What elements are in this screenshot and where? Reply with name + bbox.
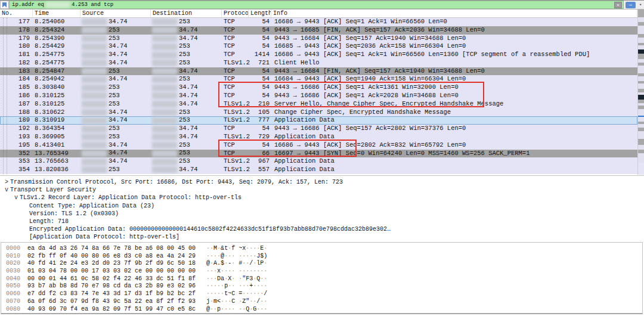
packet-source: 34.74 bbox=[80, 42, 151, 51]
detail-tree-line[interactable]: >Transmission Control Protocol, Src Port… bbox=[0, 178, 644, 186]
hex-row[interactable]: 0060e7 dd f2 c3 83 74 7e 43 3d 17 d3 1f … bbox=[6, 290, 642, 298]
column-header-no[interactable]: No. bbox=[0, 10, 33, 17]
packet-source: 253 bbox=[80, 35, 151, 43]
display-filter-input[interactable]: ip.addr eq 4.253 and tcp ✕ bbox=[9, 1, 624, 9]
expand-arrow-icon[interactable]: > bbox=[3, 178, 10, 186]
filter-bookmark-button[interactable] bbox=[0, 1, 9, 9]
minimap-stripe bbox=[638, 17, 644, 22]
redacted-destination-ip bbox=[152, 35, 177, 42]
packet-row[interactable]: 1878.31012525334.74TLSv1.2210Server Hell… bbox=[0, 100, 637, 109]
redacted-destination-ip bbox=[152, 18, 177, 25]
packet-info: Application Data bbox=[271, 157, 637, 166]
detail-tree-line[interactable]: [Application Data Protocol: http-over-tl… bbox=[0, 233, 644, 241]
packet-row[interactable]: 1898.31091934.74253TLSv1.2777Application… bbox=[0, 116, 637, 125]
source-ip-suffix: 34.74 bbox=[109, 141, 128, 150]
packet-row[interactable]: 35213.76534934.74253TCP6616697 → 9443 [S… bbox=[0, 150, 637, 158]
minimap-stripe bbox=[638, 109, 644, 116]
hex-row[interactable]: 001002 fb ff 0f 40 00 80 06 e8 d3 c0 a8 … bbox=[6, 253, 642, 261]
hex-bytes: 6a 0f 6d 3c 07 9d f8 43 9c 5a 22 ea 8f 2… bbox=[27, 298, 196, 305]
column-header-source[interactable]: Source bbox=[80, 10, 151, 17]
packet-source: 34.74 bbox=[80, 116, 151, 125]
source-ip-suffix: 253 bbox=[109, 26, 120, 35]
packet-destination: 253 bbox=[151, 150, 222, 158]
expand-arrow-icon[interactable]: v bbox=[3, 186, 10, 194]
packet-destination: 34.74 bbox=[151, 166, 222, 174]
redacted-destination-ip bbox=[152, 159, 177, 165]
packet-info: 16684 → 9443 [ACK] Seq=1940 Ack=158 Win=… bbox=[271, 75, 637, 83]
hex-row[interactable]: 008040 93 09 70 f4 ea 9a 82 09 7f 51 99 … bbox=[6, 306, 642, 314]
packet-row[interactable]: 1788.25432425334.74TCP549443 → 16685 [FI… bbox=[0, 26, 637, 35]
destination-ip-suffix: 34.74 bbox=[179, 92, 198, 100]
packet-row[interactable]: 1778.25406034.74253TCP5416686 → 9443 [AC… bbox=[0, 18, 637, 26]
hex-row[interactable]: 0000ea da 4d a3 26 74 8a 66 7e 78 be a6 … bbox=[6, 245, 642, 253]
clear-filter-icon[interactable]: ✕ bbox=[614, 2, 622, 8]
expand-arrow-placeholder bbox=[22, 218, 29, 225]
redacted-source-ip bbox=[82, 150, 107, 157]
packet-length: 54 bbox=[249, 83, 271, 92]
detail-text: Version: TLS 1.2 (0x0303) bbox=[29, 210, 119, 218]
packet-protocol: TCP bbox=[222, 51, 249, 59]
expand-arrow-icon[interactable]: v bbox=[13, 194, 20, 202]
packet-row[interactable]: 1808.25442934.74253TCP5416685 → 9443 [AC… bbox=[0, 42, 637, 51]
detail-tree-line[interactable]: Content Type: Application Data (23) bbox=[0, 202, 644, 210]
packet-length: 54 bbox=[249, 26, 271, 35]
hex-offset: 0080 bbox=[6, 306, 23, 314]
detail-tree-line[interactable]: Length: 718 bbox=[0, 218, 644, 225]
packet-row[interactable]: 1868.31012525334.74TCP549443 → 16686 [AC… bbox=[0, 92, 637, 100]
detail-tree-line[interactable]: vTransport Layer Security bbox=[0, 186, 644, 194]
column-header-protocol[interactable]: Protocol bbox=[222, 10, 249, 17]
column-header-time[interactable]: Time bbox=[33, 10, 80, 17]
redacted-destination-ip bbox=[152, 109, 177, 116]
packet-source: 34.74 bbox=[80, 51, 151, 59]
packet-row[interactable]: 1938.36990525334.74TLSv1.2729Application… bbox=[0, 133, 637, 141]
packet-row[interactable]: 1848.25494234.74253TCP5416684 → 9443 [AC… bbox=[0, 75, 637, 83]
packet-time: 8.254942 bbox=[33, 75, 80, 83]
hex-row[interactable]: 004000 00 01 44 61 0c 58 02 f4 22 46 33 … bbox=[6, 275, 642, 283]
packet-time: 8.369905 bbox=[33, 133, 80, 141]
column-header-info[interactable]: Info bbox=[271, 10, 637, 17]
detail-tree-line[interactable]: Encrypted Application Data: 000000000000… bbox=[0, 225, 644, 233]
column-header-length[interactable]: Length bbox=[249, 10, 271, 17]
packet-protocol: TCP bbox=[222, 150, 249, 158]
packet-length: 557 bbox=[249, 166, 271, 174]
hex-ascii: ··M·&t·f ~x····E· bbox=[206, 245, 267, 252]
packet-row[interactable]: 1798.25439025334.74TCP549443 → 16684 [AC… bbox=[0, 35, 637, 43]
filter-dropdown-icon[interactable]: ▾ bbox=[637, 1, 644, 9]
hex-row[interactable]: 005093 b7 ab b8 8d 70 e7 98 cd da c3 2b … bbox=[6, 283, 642, 290]
destination-ip-suffix: 253 bbox=[179, 59, 190, 67]
packet-row[interactable]: 35413.82083625334.74TLSv1.2557Applicatio… bbox=[0, 166, 637, 174]
minimap-stripe bbox=[638, 83, 644, 89]
redacted-source-ip bbox=[82, 27, 107, 33]
hex-row[interactable]: 003001 03 04 78 00 00 17 03 03 02 ce 00 … bbox=[6, 268, 642, 275]
packet-info: Application Data bbox=[271, 166, 637, 174]
packet-row[interactable]: 1928.36435425334.74TCP549443 → 16686 [AC… bbox=[0, 125, 637, 133]
hex-row[interactable]: 00706a 0f 6d 3c 07 9d f8 43 9c 5a 22 ea … bbox=[6, 298, 642, 306]
detail-tree-line[interactable]: vTLSv1.2 Record Layer: Application Data … bbox=[0, 194, 644, 202]
packet-row[interactable]: 1858.30384025334.74TCP549443 → 16686 [AC… bbox=[0, 83, 637, 92]
packet-length: 1414 bbox=[249, 51, 271, 59]
packet-protocol: TLSv1.2 bbox=[222, 100, 249, 109]
apply-filter-button[interactable]: → bbox=[624, 1, 637, 9]
packet-row[interactable]: 35313.76566334.74253TLSv1.2967Applicatio… bbox=[0, 157, 637, 166]
packet-destination: 253 bbox=[151, 141, 222, 150]
packet-info: Client Hello bbox=[271, 59, 637, 67]
hex-bytes: 93 b7 ab b8 8d 70 e7 98 cd da c3 2b 89 e… bbox=[27, 283, 196, 289]
packet-protocol: TLSv1.2 bbox=[222, 116, 249, 125]
packet-row[interactable]: 1818.25477534.74253TCP141416686 → 9443 [… bbox=[0, 51, 637, 59]
minimap-stripe bbox=[638, 76, 644, 81]
hex-row[interactable]: 002040 fd 41 2e 24 e3 2d d0 23 7f 9b 2f … bbox=[6, 260, 642, 268]
packet-row[interactable]: 1828.25477534.74253TLSv1.2721Client Hell… bbox=[0, 59, 637, 67]
packet-row[interactable]: 1958.41340134.74253TCP5416686 → 9443 [AC… bbox=[0, 141, 637, 150]
hex-offset: 0070 bbox=[6, 298, 23, 306]
packet-info: 9443 → 16684 [FIN, ACK] Seq=157 Ack=1940… bbox=[271, 67, 637, 76]
packet-row[interactable]: 1838.25484725334.74TCP549443 → 16684 [FI… bbox=[0, 67, 637, 76]
source-ip-suffix: 34.74 bbox=[109, 149, 128, 157]
column-header-destination[interactable]: Destination bbox=[151, 10, 222, 17]
packet-list-scrollbar[interactable] bbox=[637, 10, 644, 175]
packet-row[interactable]: 1888.31062234.74253TLSv1.2105Change Ciph… bbox=[0, 109, 637, 117]
detail-tree-line[interactable]: Version: TLS 1.2 (0x0303) bbox=[0, 210, 644, 218]
hex-offset: 0060 bbox=[6, 290, 23, 298]
packet-protocol: TCP bbox=[222, 75, 249, 83]
source-ip-suffix: 34.74 bbox=[109, 42, 128, 51]
source-ip-suffix: 34.74 bbox=[109, 18, 128, 26]
